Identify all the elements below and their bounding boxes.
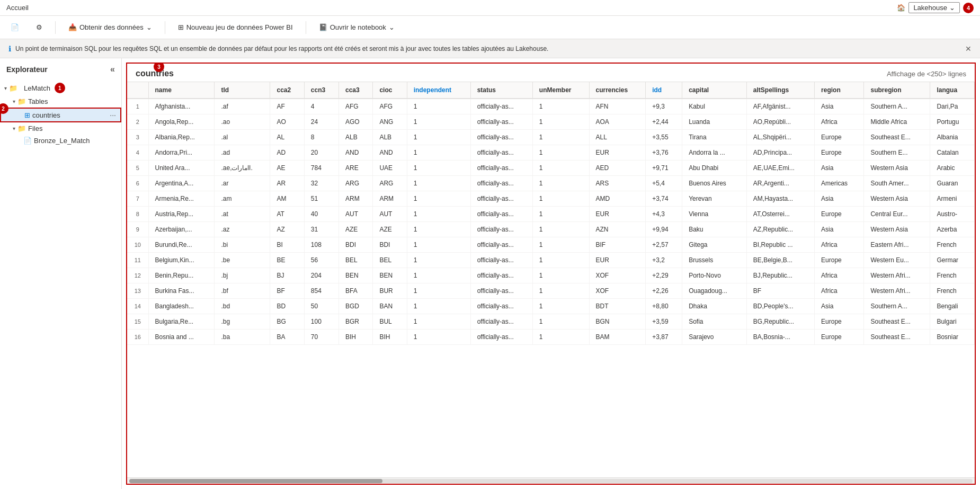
sidebar-item-countries[interactable]: ⊞ countries ··· 2 [0, 108, 121, 122]
table-row: 11Belgium,Kin....beBE56BELBEL1officially… [127, 253, 975, 268]
data-cell: Arabic [930, 161, 975, 176]
settings-button[interactable]: ⚙ [32, 21, 47, 33]
col-cca2[interactable]: cca2 [270, 82, 304, 99]
data-cell: Yerevan [682, 191, 747, 207]
data-cell: Eastern Afri... [864, 237, 930, 253]
row-num-cell: 11 [127, 253, 148, 268]
data-cell: BJ [270, 268, 304, 283]
sidebar-collapse-button[interactable]: « [110, 65, 115, 74]
data-cell: BG,Republic... [746, 314, 814, 330]
sidebar-item-bronze[interactable]: 📄 Bronze_Le_Match [0, 135, 121, 147]
col-idd[interactable]: idd [646, 82, 682, 99]
data-cell: AZ [270, 222, 304, 237]
data-cell: 1 [407, 130, 470, 145]
row-num-cell: 12 [127, 268, 148, 283]
new-dataset-button[interactable]: ⊞ Nouveau jeu de données Power BI [174, 21, 297, 33]
data-cell: Asia [815, 222, 864, 237]
col-name[interactable]: name [148, 82, 215, 99]
data-cell: Western Asia [864, 222, 930, 237]
data-cell: AM [270, 191, 304, 207]
horizontal-scrollbar[interactable] [127, 477, 975, 484]
new-file-button[interactable]: 📄 [6, 21, 23, 33]
data-cell: XOF [589, 283, 646, 299]
data-cell: 1 [407, 253, 470, 268]
scroll-track[interactable] [129, 479, 973, 483]
sidebar-item-files[interactable]: ▾ 📁 Files [0, 122, 121, 135]
sidebar-item-lematch[interactable]: ▾ 📁 LeMatch 1 [0, 81, 121, 95]
data-cell: French [930, 283, 975, 299]
col-langua[interactable]: langua [930, 82, 975, 99]
get-data-icon: 📥 [68, 23, 77, 31]
data-cell: 50 [304, 299, 338, 314]
col-subregion[interactable]: subregion [864, 82, 930, 99]
data-cell: .ae,اامارات. [215, 161, 270, 176]
data-cell: UAE [373, 161, 407, 176]
data-cell: BEN [339, 268, 373, 283]
data-cell: 1 [407, 176, 470, 191]
data-cell: Dari,Pa [930, 99, 975, 114]
data-cell: .at [215, 207, 270, 222]
data-cell: Belgium,Kin... [148, 253, 215, 268]
data-cell: Austria,Rep... [148, 207, 215, 222]
data-cell: Asia [815, 99, 864, 114]
data-cell: +2,44 [646, 114, 682, 130]
row-num-cell: 4 [127, 145, 148, 161]
data-cell: officially-as... [470, 268, 532, 283]
lakehouse-button[interactable]: Lakehouse ⌄ [908, 2, 960, 13]
get-data-button[interactable]: 📥 Obtenir des données ⌄ [64, 21, 156, 33]
data-cell: BI,Republic ... [746, 237, 814, 253]
data-cell: officially-as... [470, 330, 532, 345]
data-cell: ALL [589, 130, 646, 145]
data-cell: 56 [304, 253, 338, 268]
col-region[interactable]: region [815, 82, 864, 99]
data-table-container[interactable]: name tld cca2 ccn3 cca3 cioc independent… [127, 82, 975, 477]
countries-more-button[interactable]: ··· [110, 111, 116, 119]
table-row: 4Andorra,Pri....adAD20ANDAND1officially-… [127, 145, 975, 161]
sidebar-title: Explorateur [6, 65, 48, 74]
table-red-border: countries 3 Affichage de <250> lignes na… [126, 63, 976, 485]
row-num-cell: 1 [127, 99, 148, 114]
data-cell: officially-as... [470, 253, 532, 268]
data-cell: Africa [815, 268, 864, 283]
data-cell: South Amer... [864, 176, 930, 191]
data-cell: Porto-Novo [682, 268, 747, 283]
scroll-thumb[interactable] [129, 479, 382, 483]
data-cell: BUR [373, 283, 407, 299]
table-row: 2Angola,Rep....aoAO24AGOANG1officially-a… [127, 114, 975, 130]
data-cell: BEL [373, 253, 407, 268]
col-status[interactable]: status [470, 82, 532, 99]
data-cell: Africa [815, 237, 864, 253]
data-cell: Americas [815, 176, 864, 191]
open-notebook-button[interactable]: 📓 Ouvrir le notebook ⌄ [315, 21, 399, 33]
data-cell: 1 [407, 99, 470, 114]
folder-icon-lematch: 📁 [9, 84, 17, 92]
table-row: 7Armenia,Re....amAM51ARMARM1officially-a… [127, 191, 975, 207]
col-currencies[interactable]: currencies [589, 82, 646, 99]
data-cell: AF [270, 99, 304, 114]
data-cell: AF,Afgänist... [746, 99, 814, 114]
col-altspellings[interactable]: altSpellings [746, 82, 814, 99]
col-capital[interactable]: capital [682, 82, 747, 99]
lematch-label: LeMatch [24, 84, 50, 92]
col-unmember[interactable]: unMember [532, 82, 589, 99]
data-cell: AZE [339, 222, 373, 237]
data-cell: Europe [815, 330, 864, 345]
data-cell: 1 [407, 283, 470, 299]
data-cell: +4,3 [646, 207, 682, 222]
top-bar-right: 🏠 Lakehouse ⌄ 4 [897, 2, 974, 13]
col-cioc[interactable]: cioc [373, 82, 407, 99]
col-cca3[interactable]: cca3 [339, 82, 373, 99]
col-tld[interactable]: tld [215, 82, 270, 99]
data-cell: AR [270, 176, 304, 191]
col-ccn3[interactable]: ccn3 [304, 82, 338, 99]
row-num-cell: 14 [127, 299, 148, 314]
data-cell: 8 [304, 130, 338, 145]
data-cell: 1 [407, 161, 470, 176]
info-close-button[interactable]: ✕ [965, 45, 972, 53]
sidebar-item-tables[interactable]: ▾ 📁 Tables [0, 95, 121, 108]
data-cell: Bulgari [930, 314, 975, 330]
col-independent[interactable]: independent [407, 82, 470, 99]
table-row: 6Argentina,A....arAR32ARGARG1officially-… [127, 176, 975, 191]
data-cell: .bi [215, 237, 270, 253]
data-cell: Bosnia and ... [148, 330, 215, 345]
